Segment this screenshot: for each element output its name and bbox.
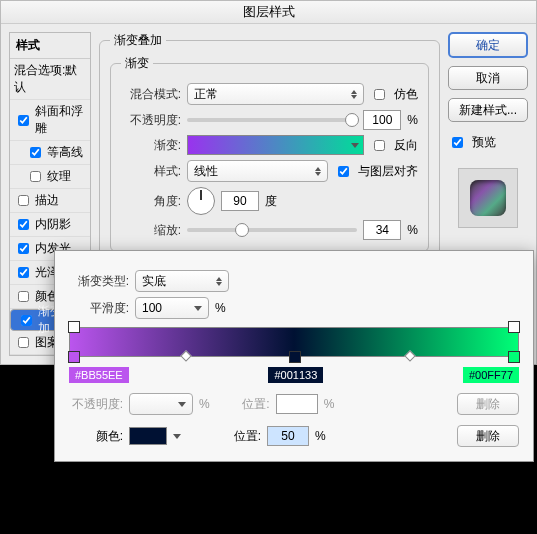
style-inner-shadow[interactable]: 内阴影: [10, 213, 90, 237]
style-label: 样式:: [121, 163, 181, 180]
color-swatch[interactable]: [129, 427, 167, 445]
stop-opacity-input[interactable]: [129, 393, 193, 415]
stop-position-label: 位置:: [207, 428, 261, 445]
preview-icon: [470, 180, 506, 216]
gradient-overlay-checkbox[interactable]: [21, 315, 32, 326]
bevel-checkbox[interactable]: [18, 115, 29, 126]
blend-options-row[interactable]: 混合选项:默认: [10, 59, 90, 100]
style-bevel[interactable]: 斜面和浮雕: [10, 100, 90, 141]
dither-label: 仿色: [394, 86, 418, 103]
reverse-label: 反向: [394, 137, 418, 154]
style-texture[interactable]: 纹理: [10, 165, 90, 189]
gradient-editor: 渐变类型: 实底 平滑度: 100 % #BB55EE #001133 #00F…: [54, 250, 534, 462]
reverse-checkbox[interactable]: [374, 140, 385, 151]
gradient-subpanel: 渐变 混合模式: 正常 仿色 不透明度: 100 % 渐变:: [110, 55, 429, 252]
preview-thumbnail: [458, 168, 518, 228]
gradient-overlay-panel: 渐变叠加 渐变 混合模式: 正常 仿色 不透明度: 100 %: [99, 32, 440, 259]
gradient-type-label: 渐变类型:: [69, 273, 129, 290]
texture-checkbox[interactable]: [30, 171, 41, 182]
opacity-label: 不透明度:: [121, 112, 181, 129]
scale-slider[interactable]: [187, 228, 357, 232]
chevron-down-icon: [194, 306, 202, 311]
color-tag: #00FF77: [463, 367, 519, 383]
style-select[interactable]: 线性: [187, 160, 328, 182]
style-stroke[interactable]: 描边: [10, 189, 90, 213]
inner-glow-checkbox[interactable]: [18, 243, 29, 254]
color-overlay-checkbox[interactable]: [18, 291, 29, 302]
satin-checkbox[interactable]: [18, 267, 29, 278]
blend-mode-select[interactable]: 正常: [187, 83, 364, 105]
gradient-type-select[interactable]: 实底: [135, 270, 229, 292]
chevron-down-icon: [178, 402, 186, 407]
section-title: 渐变叠加: [110, 32, 166, 49]
smoothness-input[interactable]: 100: [135, 297, 209, 319]
gradient-label: 渐变:: [121, 137, 181, 154]
gradient-bar[interactable]: [69, 327, 519, 357]
midpoint-handle[interactable]: [180, 350, 191, 361]
gradient-picker[interactable]: [187, 135, 364, 155]
stroke-checkbox[interactable]: [18, 195, 29, 206]
preview-checkbox[interactable]: [452, 137, 463, 148]
subsection-title: 渐变: [121, 55, 153, 72]
color-tag: #BB55EE: [69, 367, 129, 383]
delete-stop-button[interactable]: 删除: [457, 393, 519, 415]
scale-label: 缩放:: [121, 222, 181, 239]
opacity-slider[interactable]: [187, 118, 357, 122]
style-contour[interactable]: 等高线: [10, 141, 90, 165]
color-stop[interactable]: [289, 351, 301, 363]
color-tag: #001133: [268, 367, 323, 383]
stop-position-input[interactable]: 50: [267, 426, 309, 446]
new-style-button[interactable]: 新建样式...: [448, 98, 528, 122]
delete-stop-button[interactable]: 删除: [457, 425, 519, 447]
dither-checkbox[interactable]: [374, 89, 385, 100]
opacity-stop[interactable]: [68, 321, 80, 333]
chevron-down-icon[interactable]: [173, 434, 181, 439]
styles-header: 样式: [10, 33, 90, 59]
angle-input[interactable]: 90: [221, 191, 259, 211]
contour-checkbox[interactable]: [30, 147, 41, 158]
angle-label: 角度:: [121, 193, 181, 210]
pattern-overlay-checkbox[interactable]: [18, 337, 29, 348]
color-stop[interactable]: [508, 351, 520, 363]
blend-mode-label: 混合模式:: [121, 86, 181, 103]
stop-position-input[interactable]: [276, 394, 318, 414]
opacity-input[interactable]: 100: [363, 110, 401, 130]
align-checkbox[interactable]: [338, 166, 349, 177]
preview-label: 预览: [472, 134, 496, 151]
midpoint-handle[interactable]: [404, 350, 415, 361]
smoothness-label: 平滑度:: [69, 300, 129, 317]
angle-dial[interactable]: [187, 187, 215, 215]
stop-color-label: 颜色:: [69, 428, 123, 445]
align-label: 与图层对齐: [358, 163, 418, 180]
stop-opacity-label: 不透明度:: [69, 396, 123, 413]
dialog-title: 图层样式: [1, 1, 536, 24]
inner-shadow-checkbox[interactable]: [18, 219, 29, 230]
ok-button[interactable]: 确定: [448, 32, 528, 58]
chevron-down-icon: [351, 143, 359, 148]
stop-position-label: 位置:: [216, 396, 270, 413]
opacity-stop[interactable]: [508, 321, 520, 333]
cancel-button[interactable]: 取消: [448, 66, 528, 90]
scale-input[interactable]: 34: [363, 220, 401, 240]
color-stop[interactable]: [68, 351, 80, 363]
